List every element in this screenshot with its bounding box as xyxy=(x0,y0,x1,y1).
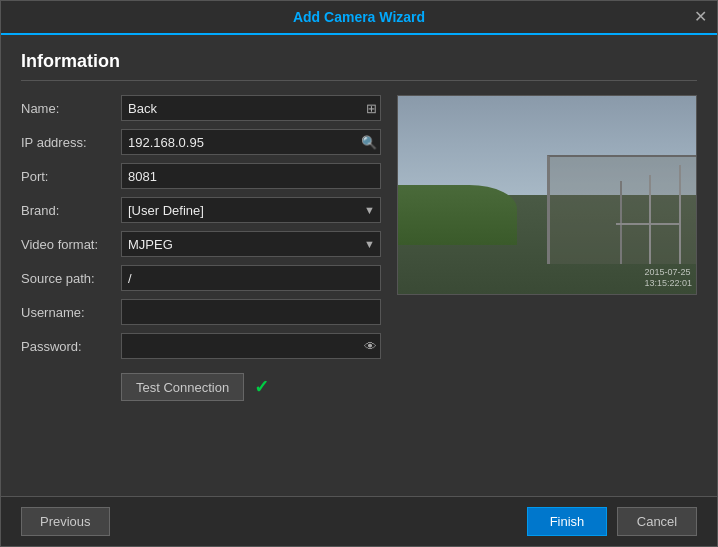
password-label: Password: xyxy=(21,339,121,354)
name-input[interactable] xyxy=(121,95,381,121)
foliage xyxy=(398,185,517,244)
close-button[interactable]: ✕ xyxy=(694,9,707,25)
preview-timestamp: 2015-07-25 13:15:22:01 xyxy=(644,267,692,290)
ip-input-wrap: 🔍 xyxy=(121,129,381,155)
finish-button[interactable]: Finish xyxy=(527,507,607,536)
source-path-input-wrap xyxy=(121,265,381,291)
fence-post-1 xyxy=(679,165,681,264)
source-path-row: Source path: xyxy=(21,265,381,291)
ip-row: IP address: 🔍 xyxy=(21,129,381,155)
port-input[interactable] xyxy=(121,163,381,189)
username-row: Username: xyxy=(21,299,381,325)
brand-label: Brand: xyxy=(21,203,121,218)
camera-preview-inner: 2015-07-25 13:15:22:01 xyxy=(398,96,696,294)
password-input-wrap: 👁 xyxy=(121,333,381,359)
video-format-select-wrap: MJPEG H.264 H.265 MPEG4 ▼ xyxy=(121,231,381,257)
preview-area: 2015-07-25 13:15:22:01 xyxy=(397,95,697,401)
section-title: Information xyxy=(21,51,697,81)
main-area: Name: ⊞ IP address: 🔍 Port: xyxy=(21,95,697,401)
form-area: Name: ⊞ IP address: 🔍 Port: xyxy=(21,95,381,401)
name-input-wrap: ⊞ xyxy=(121,95,381,121)
port-row: Port: xyxy=(21,163,381,189)
username-label: Username: xyxy=(21,305,121,320)
camera-preview: 2015-07-25 13:15:22:01 xyxy=(397,95,697,295)
timestamp-time: 13:15:22:01 xyxy=(644,278,692,290)
ip-label: IP address: xyxy=(21,135,121,150)
video-format-row: Video format: MJPEG H.264 H.265 MPEG4 ▼ xyxy=(21,231,381,257)
name-label: Name: xyxy=(21,101,121,116)
fence-post-2 xyxy=(649,175,651,264)
previous-button[interactable]: Previous xyxy=(21,507,110,536)
source-path-label: Source path: xyxy=(21,271,121,286)
content-area: Information Name: ⊞ IP address: xyxy=(1,35,717,496)
brand-select[interactable]: [User Define] Axis Bosch Hikvision Dahua… xyxy=(121,197,381,223)
password-row: Password: 👁 xyxy=(21,333,381,359)
fence-structure xyxy=(547,155,696,264)
cancel-button[interactable]: Cancel xyxy=(617,507,697,536)
username-input[interactable] xyxy=(121,299,381,325)
footer: Previous Finish Cancel xyxy=(1,496,717,546)
username-input-wrap xyxy=(121,299,381,325)
test-row: Test Connection ✓ xyxy=(121,373,381,401)
fence-rail xyxy=(616,223,682,225)
ip-input[interactable] xyxy=(121,129,381,155)
title-bar: Add Camera Wizard ✕ xyxy=(1,1,717,35)
video-format-select[interactable]: MJPEG H.264 H.265 MPEG4 xyxy=(121,231,381,257)
name-row: Name: ⊞ xyxy=(21,95,381,121)
source-path-input[interactable] xyxy=(121,265,381,291)
footer-right: Finish Cancel xyxy=(527,507,697,536)
video-format-label: Video format: xyxy=(21,237,121,252)
password-input[interactable] xyxy=(121,333,381,359)
test-connection-button[interactable]: Test Connection xyxy=(121,373,244,401)
brand-row: Brand: [User Define] Axis Bosch Hikvisio… xyxy=(21,197,381,223)
connection-success-icon: ✓ xyxy=(254,376,269,398)
brand-select-wrap: [User Define] Axis Bosch Hikvision Dahua… xyxy=(121,197,381,223)
timestamp-date: 2015-07-25 xyxy=(644,267,692,279)
port-input-wrap xyxy=(121,163,381,189)
dialog-title: Add Camera Wizard xyxy=(293,9,425,25)
add-camera-dialog: Add Camera Wizard ✕ Information Name: ⊞ … xyxy=(0,0,718,547)
port-label: Port: xyxy=(21,169,121,184)
